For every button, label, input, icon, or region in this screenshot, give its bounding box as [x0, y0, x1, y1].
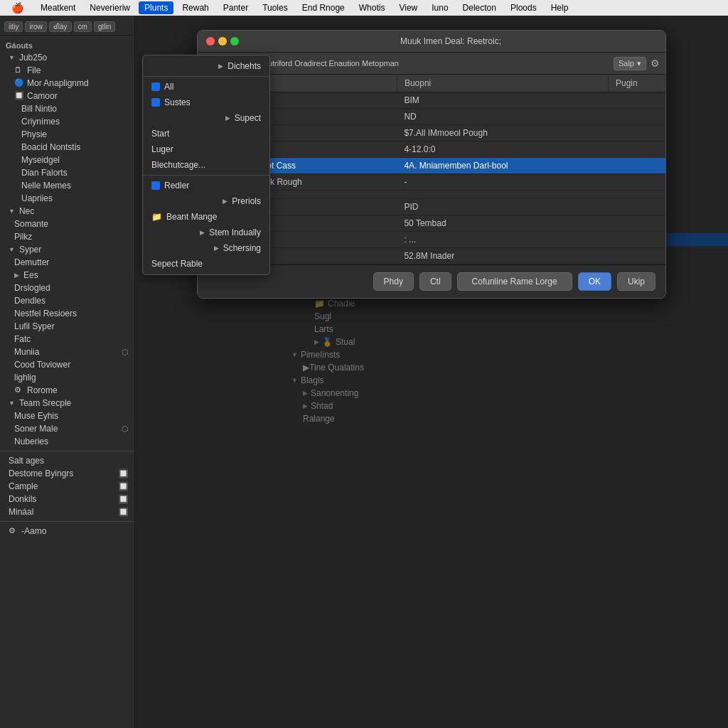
sidebar-toolbar: iitiy irow ɗlày cm gtlin	[0, 18, 134, 36]
sidebar-item-minaal[interactable]: Mináal 🔲	[0, 505, 134, 518]
context-menu-dichehts[interactable]: ▶ Dichehts	[143, 58, 269, 74]
sidebar-item-nestfel[interactable]: Nestfel Resioers	[0, 307, 134, 320]
camoor-icon: 🔲	[14, 91, 24, 101]
sidebar-item-criy[interactable]: Criynímes	[0, 115, 134, 128]
context-menu-luger[interactable]: Luger	[143, 141, 269, 157]
context-menu-stem[interactable]: ▶ Stem Indually	[143, 225, 269, 240]
context-menu: ▶ Dichehts All Sustes ▶ Supect Start Lug…	[142, 55, 270, 275]
ukip-button[interactable]: Ukip	[617, 272, 655, 291]
apple-menu[interactable]: 🍎	[6, 1, 29, 15]
checkbox-redler-icon	[151, 181, 160, 190]
menubar-panter[interactable]: Panter	[218, 1, 254, 14]
menubar-view[interactable]: View	[393, 1, 423, 14]
sidebar-divider	[0, 451, 134, 451]
sidebar-item-donkils[interactable]: Donkils 🔲	[0, 493, 134, 505]
context-menu-all[interactable]: All	[143, 79, 269, 95]
menubar-meatkent[interactable]: Meatkent	[35, 1, 81, 14]
sidebar-btn-2[interactable]: irow	[25, 21, 46, 32]
col-buopni: Buopni	[397, 75, 608, 92]
checkbox-sustes-icon	[151, 98, 160, 107]
sidebar-item-fatc[interactable]: Fatc	[0, 333, 134, 346]
folder-icon: 📁	[151, 212, 162, 222]
sidebar-item-ees[interactable]: ▶ Ees	[0, 269, 134, 282]
context-menu-sep2	[143, 175, 269, 176]
context-menu-supect[interactable]: ▶ Supect	[143, 110, 269, 126]
sidebar-item-dian[interactable]: Dian Falorts	[0, 166, 134, 179]
context-menu-sepect[interactable]: Sepect Rable	[143, 256, 269, 272]
menubar-iuno[interactable]: Iuno	[426, 1, 454, 14]
menubar-rewah[interactable]: Rewah	[176, 1, 214, 14]
sidebar-item-muniia[interactable]: Muniia ⬡	[0, 346, 134, 358]
menubar-help[interactable]: Help	[545, 1, 574, 14]
context-menu-blechut[interactable]: Blechutcage...	[143, 157, 269, 173]
sidebar-item-lufil[interactable]: Lufil Syper	[0, 320, 134, 333]
sidebar-item-uapriies[interactable]: Uapriies	[0, 192, 134, 205]
sidebar-item-muse[interactable]: Muse Eyhis	[0, 410, 134, 422]
sidebar-item-rorome[interactable]: ⚙ Rorome	[0, 384, 134, 397]
sidebar-item-cample[interactable]: Cample 🔲	[0, 480, 134, 493]
maximize-button[interactable]	[230, 37, 239, 46]
sidebar-item-myseidgel[interactable]: Myseidgel	[0, 154, 134, 166]
context-menu-beant[interactable]: 📁 Beant Mange	[143, 209, 269, 225]
sidebar-item-physie[interactable]: Physie	[0, 128, 134, 141]
sidebar-item-drslogled[interactable]: Drslogled	[0, 282, 134, 294]
sidebar-item-cood[interactable]: Cood Toviower	[0, 358, 134, 371]
context-menu-start[interactable]: Start	[143, 126, 269, 141]
ok-button[interactable]: OK	[578, 272, 611, 291]
sidebar-item-somante[interactable]: Somante	[0, 218, 134, 230]
close-button[interactable]	[206, 37, 215, 46]
rorome-icon: ⚙	[14, 385, 24, 395]
sidebar-item-salt[interactable]: Salt ages	[0, 454, 134, 467]
menubar-end-rnoge[interactable]: End Rnoge	[296, 1, 350, 14]
context-menu-sustes[interactable]: Sustes	[143, 95, 269, 110]
menubar-whotis[interactable]: Whotis	[353, 1, 391, 14]
sidebar-item-aamo[interactable]: ⚙ -Aamo	[0, 525, 134, 537]
panel-title: Muuk Imen Deal: Reetroic;	[245, 36, 657, 46]
traffic-lights	[206, 37, 239, 46]
sidebar-item-destome[interactable]: Destome Byingrs 🔲	[0, 467, 134, 480]
sidebar-item-jub25o[interactable]: ▼ Jub25o	[0, 51, 134, 64]
context-menu-sep1	[143, 76, 269, 77]
chevron-down-icon: ▾	[637, 59, 641, 68]
panel-titlebar: Muuk Imen Deal: Reetroic;	[198, 31, 665, 53]
context-menu-preriols[interactable]: ▶ Preriols	[143, 193, 269, 209]
cofunline-button[interactable]: Cofunline Rame Lorge	[457, 272, 572, 291]
sidebar-item-nelle[interactable]: Nelle Memes	[0, 179, 134, 192]
menubar-neverieriw[interactable]: Neverieriw	[84, 1, 136, 14]
sidebar-item-lighlig[interactable]: lighlig	[0, 371, 134, 384]
sidebar-item-nuberies[interactable]: Nuberies	[0, 435, 134, 448]
mor-icon: 🔵	[14, 78, 24, 88]
panel-gear-button[interactable]: ⚙	[651, 58, 660, 69]
sidebar-item-boacid[interactable]: Boacid Nontstis	[0, 141, 134, 154]
context-menu-redler[interactable]: Redler	[143, 178, 269, 193]
sidebar-btn-5[interactable]: gtlin	[94, 21, 115, 32]
sidebar-item-demutter[interactable]: Demutter	[0, 256, 134, 269]
aamo-icon: ⚙	[9, 526, 18, 536]
sidebar-item-camoor[interactable]: 🔲 Camoor	[0, 90, 134, 102]
sidebar-item-syper[interactable]: ▼ Syper	[0, 243, 134, 256]
sidebar-item-soner[interactable]: Soner Male ⬡	[0, 422, 134, 435]
minimize-button[interactable]	[218, 37, 227, 46]
ctl-button[interactable]: Ctl	[419, 272, 451, 291]
sidebar-item-dendles[interactable]: Dendles	[0, 294, 134, 307]
panel-path: Timutriford Oradirect Enaution Metopman	[255, 59, 609, 68]
app-area: iitiy irow ɗlày cm gtlin Gáouts ▼ Jub25o…	[0, 16, 728, 728]
menubar-delecton[interactable]: Delecton	[457, 1, 502, 14]
menubar-plunts[interactable]: Plunts	[139, 1, 173, 14]
sidebar-btn-4[interactable]: cm	[74, 21, 92, 32]
context-menu-schersing[interactable]: ▶ Schersing	[143, 240, 269, 256]
sidebar-item-mor[interactable]: 🔵 Mor Anaplignmd	[0, 77, 134, 90]
main-content: ▶ Dichehts All Sustes ▶ Supect Start Lug…	[135, 16, 728, 728]
sidebar-item-file[interactable]: 🗒 File	[0, 64, 134, 77]
sidebar-item-pilkz[interactable]: Pilkz	[0, 230, 134, 243]
sidebar-item-team[interactable]: ▼ Team Srecple	[0, 397, 134, 410]
panel-dropdown[interactable]: Salp ▾	[614, 57, 646, 70]
menubar-tuoles[interactable]: Tuoles	[257, 1, 294, 14]
sidebar-btn-3[interactable]: ɗlày	[49, 21, 72, 32]
phdy-button[interactable]: Phdy	[373, 272, 414, 291]
menubar-ploods[interactable]: Ploods	[505, 1, 542, 14]
sidebar-btn-1[interactable]: iitiy	[4, 21, 23, 32]
file-icon: 🗒	[14, 65, 24, 75]
sidebar-item-bill[interactable]: Bill Nintio	[0, 102, 134, 115]
sidebar-item-nec[interactable]: ▼ Nec	[0, 205, 134, 218]
